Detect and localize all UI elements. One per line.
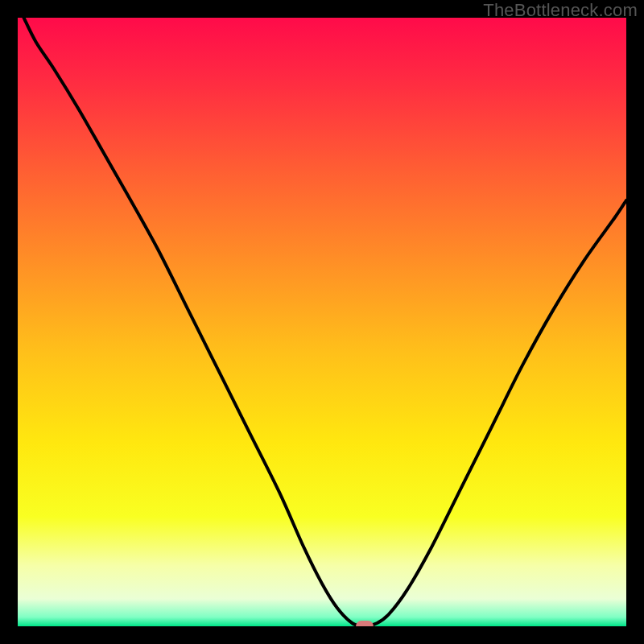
gradient-background xyxy=(18,18,626,626)
watermark-text: TheBottleneck.com xyxy=(483,0,638,21)
minimum-marker xyxy=(356,621,374,626)
chart-frame: TheBottleneck.com xyxy=(0,0,644,644)
plot-area xyxy=(18,18,626,626)
chart-svg xyxy=(18,18,626,626)
